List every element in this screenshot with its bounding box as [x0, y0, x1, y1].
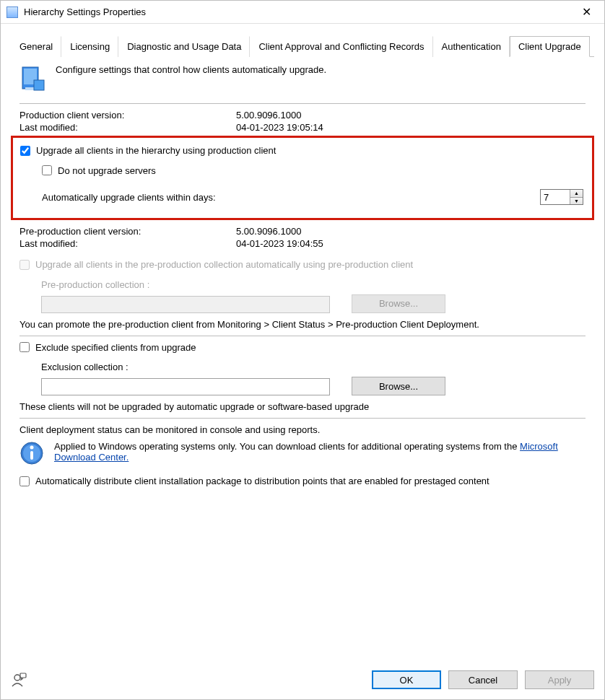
exclusion-collection-label: Exclusion collection :: [41, 362, 129, 372]
deploy-status-text: Client deployment status can be monitore…: [19, 424, 586, 435]
exclude-checkbox[interactable]: Exclude specified clients from upgrade: [19, 342, 196, 353]
apply-button: Apply: [525, 670, 594, 689]
auto-distribute-checkbox-input[interactable]: [19, 476, 30, 486]
preprod-version-row: Pre-production client version: 5.00.9096…: [19, 226, 586, 237]
client-upgrade-icon: [19, 64, 45, 93]
separator: [19, 418, 586, 419]
upgrade-all-checkbox[interactable]: Upgrade all clients in the hierarchy usi…: [20, 145, 276, 156]
tab-strip: General Licensing Diagnostic and Usage D…: [11, 35, 594, 57]
intro-text: Configure settings that control how clie…: [56, 64, 326, 75]
app-icon: [6, 6, 18, 18]
no-servers-checkbox-input[interactable]: [42, 165, 52, 175]
exclude-checkbox-input[interactable]: [19, 342, 30, 352]
dialog-window: Hierarchy Settings Properties ✕ General …: [0, 0, 605, 700]
separator: [19, 103, 586, 104]
titlebar: Hierarchy Settings Properties ✕: [1, 1, 604, 24]
preprod-version-label: Pre-production client version:: [19, 226, 236, 237]
no-servers-checkbox[interactable]: Do not upgrade servers: [42, 165, 156, 176]
preprod-upgrade-all-checkbox-input: [19, 260, 30, 270]
os-note: Applied to Windows operating systems onl…: [54, 441, 586, 463]
prod-modified-label: Last modified:: [19, 122, 236, 133]
svg-rect-3: [34, 80, 44, 90]
preprod-modified-value: 04-01-2023 19:04:55: [236, 238, 586, 249]
prod-version-value: 5.00.9096.1000: [236, 110, 586, 121]
tab-client-approval[interactable]: Client Approval and Conflicting Records: [250, 36, 432, 57]
preprod-version-value: 5.00.9096.1000: [236, 226, 586, 237]
close-icon: ✕: [582, 5, 591, 19]
days-spinner-buttons: ▲ ▼: [570, 190, 583, 204]
exclusion-browse-button[interactable]: Browse...: [352, 377, 445, 395]
upgrade-all-checkbox-input[interactable]: [20, 146, 30, 156]
tab-panel-client-upgrade: Configure settings that control how clie…: [11, 57, 594, 656]
svg-point-7: [30, 446, 34, 450]
feedback-icon[interactable]: [11, 672, 27, 688]
window-title: Hierarchy Settings Properties: [24, 6, 570, 17]
days-label: Automatically upgrade clients within day…: [42, 192, 216, 203]
separator: [19, 336, 586, 336]
close-button[interactable]: ✕: [570, 1, 603, 23]
highlighted-section: Upgrade all clients in the hierarchy usi…: [11, 136, 594, 220]
svg-point-8: [14, 675, 20, 681]
tab-client-upgrade[interactable]: Client Upgrade: [510, 36, 590, 57]
auto-distribute-checkbox[interactable]: Automatically distribute client installa…: [19, 476, 489, 486]
os-note-prefix: Applied to Windows operating systems onl…: [54, 441, 520, 452]
preprod-modified-label: Last modified:: [19, 238, 236, 249]
tab-licensing[interactable]: Licensing: [61, 36, 118, 57]
tab-diagnostic[interactable]: Diagnostic and Usage Data: [118, 36, 250, 57]
os-info-row: Applied to Windows operating systems onl…: [19, 441, 586, 465]
auto-distribute-label: Automatically distribute client installa…: [35, 476, 489, 486]
preprod-collection-label: Pre-production collection :: [41, 279, 149, 290]
upgrade-all-label: Upgrade all clients in the hierarchy usi…: [36, 145, 276, 156]
spinner-up-icon[interactable]: ▲: [570, 190, 583, 198]
svg-rect-6: [30, 451, 33, 460]
exclude-label: Exclude specified clients from upgrade: [35, 342, 196, 353]
no-servers-label: Do not upgrade servers: [58, 165, 156, 176]
svg-rect-9: [20, 673, 26, 678]
intro-row: Configure settings that control how clie…: [19, 63, 586, 97]
ok-button[interactable]: OK: [372, 670, 441, 689]
prod-modified-value: 04-01-2023 19:05:14: [236, 122, 586, 133]
exclusion-collection-input[interactable]: [41, 378, 330, 395]
preprod-collection-input: [41, 296, 330, 313]
preprod-modified-row: Last modified: 04-01-2023 19:04:55: [19, 238, 586, 249]
preprod-upgrade-all-label: Upgrade all clients in the pre-productio…: [35, 259, 413, 270]
prod-version-label: Production client version:: [19, 110, 236, 121]
days-input[interactable]: [541, 190, 570, 204]
client-area: General Licensing Diagnostic and Usage D…: [1, 24, 604, 663]
exclude-note: These clients will not be upgraded by au…: [19, 401, 586, 412]
tab-general[interactable]: General: [11, 36, 61, 57]
preprod-upgrade-all-checkbox: Upgrade all clients in the pre-productio…: [19, 259, 413, 270]
info-icon: [19, 441, 44, 465]
cancel-button[interactable]: Cancel: [448, 670, 518, 689]
spinner-down-icon[interactable]: ▼: [570, 198, 583, 205]
preprod-promote-note: You can promote the pre-production clien…: [19, 319, 586, 330]
preprod-browse-button: Browse...: [352, 294, 445, 313]
dialog-footer: OK Cancel Apply: [1, 663, 604, 699]
prod-modified-row: Last modified: 04-01-2023 19:05:14: [19, 122, 586, 133]
prod-version-row: Production client version: 5.00.9096.100…: [19, 110, 586, 121]
days-spinner[interactable]: ▲ ▼: [540, 189, 583, 205]
tab-authentication[interactable]: Authentication: [433, 36, 510, 57]
